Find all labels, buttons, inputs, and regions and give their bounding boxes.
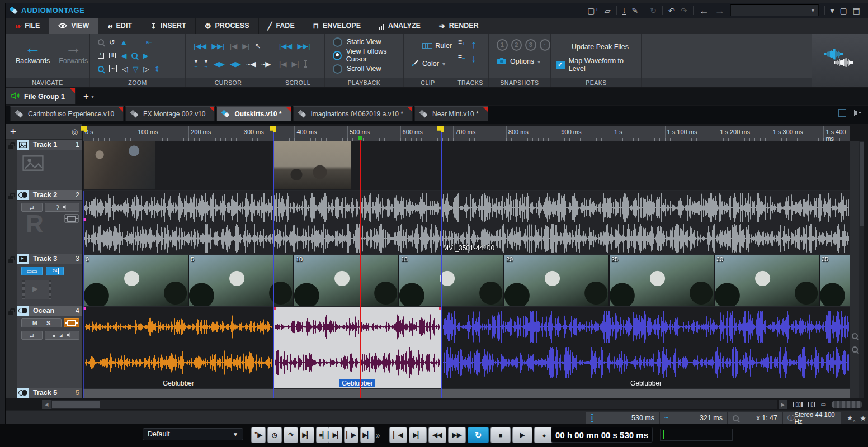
monitor-button[interactable]: ʔ [45, 203, 79, 212]
static-view-radio[interactable]: Static View [325, 35, 403, 49]
tab-fade[interactable]: ╱FADE [259, 18, 304, 34]
audio-track-icon[interactable] [17, 306, 29, 316]
zoom-fit-icon[interactable] [98, 53, 104, 59]
stop-button[interactable]: ■ [490, 427, 511, 443]
audio-clip[interactable]: Geblubber [84, 307, 273, 388]
backwards-button[interactable]: ←Backwards [12, 38, 53, 83]
loop-jump-button[interactable]: ↷ [284, 427, 298, 443]
picture-track-icon[interactable] [17, 140, 29, 150]
save-icon[interactable]: ↓ [622, 6, 626, 15]
undo-icon[interactable]: ↶ [668, 7, 675, 15]
nudge-cursor-left-icon[interactable]: ◀▶ [214, 60, 225, 68]
video-frame-thumb[interactable]: 20 [504, 255, 608, 306]
audio-clip-selected[interactable]: Geblubber [274, 307, 441, 388]
tab-render[interactable]: ➔RENDER [430, 18, 488, 34]
skip-forward-button[interactable]: ▶▏ [360, 427, 375, 443]
waveform-canvas[interactable] [84, 193, 849, 222]
tab-analyze[interactable]: ANALYZE [370, 18, 430, 34]
unlock-icon[interactable] [8, 259, 13, 263]
zoom-out-small-icon[interactable]: ◁ [122, 65, 128, 73]
audio-track-lane[interactable]: MVI_3501-44100 [83, 191, 850, 254]
unlock-icon[interactable] [8, 145, 13, 149]
doc-tab-carimbofuso[interactable]: Carimbofuso Experience.v10 [10, 106, 124, 121]
file-group-tab[interactable]: File Group 1 [6, 88, 76, 104]
cursor-time-field[interactable]: I530 ms [586, 412, 659, 424]
frames-view-button[interactable]: ▭▭ [21, 267, 43, 275]
scroll-view-radio[interactable]: Scroll View [325, 62, 403, 75]
track-title-row[interactable]: Track 2 2 [17, 190, 82, 201]
doc-tab-fx-montage[interactable]: FX Montage 002.v10 [125, 106, 215, 121]
add-track-button[interactable]: + [10, 126, 16, 138]
star-icon[interactable]: ★ [860, 414, 866, 422]
go-to-end-button[interactable]: ▶▏ [409, 427, 427, 443]
cursor-to-end-icon[interactable]: ▶▶| [211, 42, 224, 50]
scroll-to-end-icon[interactable]: ▶▶| [297, 42, 310, 50]
track-header-ocean[interactable]: Ocean 4 MS ⇄ ●◢ [6, 306, 82, 388]
routing-button[interactable]: ⇄ [21, 331, 43, 340]
zoom-in-vertical-icon[interactable]: ▲ [120, 38, 128, 46]
track-header-1[interactable]: Track 1 1 [6, 140, 82, 190]
view-mode-a-icon[interactable]: ▯▯ [793, 402, 803, 407]
zoom-audio-range-icon[interactable]: ~ [109, 65, 117, 72]
more-chevrons-icon[interactable]: » [376, 431, 380, 440]
move-track-up-icon[interactable]: ↑ [471, 38, 477, 51]
video-track-lane[interactable]: 05101520253035 [83, 255, 850, 306]
tab-file[interactable]: wFILE [6, 18, 49, 34]
mute-solo-buttons[interactable]: MS [21, 318, 62, 327]
zoom-to-start-icon[interactable]: ⇤ [146, 38, 152, 46]
horizontal-scrollbar[interactable]: ◀ [42, 400, 777, 409]
track-title-row[interactable]: Ocean 4 [17, 306, 82, 316]
scroll-to-start-icon[interactable]: |◀◀ [279, 42, 292, 50]
unlock-icon[interactable] [8, 196, 13, 199]
tab-edit[interactable]: eEDIT [98, 18, 141, 34]
video-track-icon[interactable] [17, 254, 29, 264]
clip-ruler-checkbox[interactable]: Ruler [404, 39, 452, 53]
plug-button[interactable] [64, 214, 79, 223]
video-frame-thumb[interactable]: 15 [399, 255, 503, 306]
empty-track-lane[interactable] [83, 389, 850, 398]
time-display[interactable]: 00 h 00 mn 00 s 530 ms [551, 427, 653, 443]
loop-button[interactable]: ↻ [468, 427, 489, 443]
view-follows-cursor-radio[interactable]: View Follows Cursor [325, 49, 403, 62]
track-header-5[interactable]: Track 5 5 [6, 388, 82, 398]
video-frame-thumb[interactable]: 30 [715, 255, 819, 306]
scroll-right-button[interactable]: ▶ [779, 400, 787, 409]
playhead-cursor[interactable] [360, 140, 361, 398]
zoom-vertical-auto-icon[interactable]: ⇕ [154, 65, 160, 73]
waveform-canvas[interactable] [275, 311, 440, 343]
view-mode-b-icon[interactable]: ▯ [808, 402, 815, 407]
waveform-canvas[interactable] [85, 311, 272, 343]
panel-layout-icon[interactable] [854, 110, 862, 116]
save-as-icon[interactable]: ✎ [632, 7, 639, 15]
tab-process[interactable]: ⚙PROCESS [196, 18, 259, 34]
tab-insert[interactable]: ↧INSERT [141, 18, 196, 34]
video-frame-thumb[interactable]: 10 [294, 255, 398, 306]
skip-back-button[interactable]: ▏▶ [344, 427, 358, 443]
unlock-icon[interactable] [8, 311, 13, 315]
waveform-canvas[interactable] [275, 347, 440, 378]
snap-wave-left-icon[interactable]: ~◀ [246, 60, 256, 68]
zoom-play-icon[interactable] [98, 66, 104, 72]
track-header-2[interactable]: Track 2 2 ⇄ ʔ R [6, 190, 82, 254]
play-from-anchor-button[interactable]: ”▶ [251, 427, 266, 443]
picture-clip[interactable] [273, 141, 351, 189]
zoom-out-horizontal-icon[interactable]: ◀ [121, 51, 126, 60]
audio-track-icon[interactable] [17, 190, 29, 200]
framerate-button[interactable]: 24 [46, 267, 64, 275]
zoom-wheel[interactable] [831, 401, 862, 408]
reset-zoom-icon[interactable]: ↺ [109, 38, 115, 46]
skip-range-button[interactable]: ▏▶▏ [328, 427, 342, 443]
audio-clip[interactable]: Geblubber [442, 307, 850, 388]
zoom-in-small-icon[interactable]: ▷ [143, 65, 149, 73]
waveform-canvas[interactable] [443, 347, 849, 378]
doc-tab-outskirts[interactable]: Outskirts.v10 * [216, 106, 291, 121]
zoom-selection-icon[interactable]: ‖ [109, 53, 116, 58]
scroll-left-button[interactable]: ◀ [42, 400, 51, 409]
video-frame-thumb[interactable]: 0 [84, 255, 188, 306]
maximize-icon[interactable]: ▢ [840, 7, 847, 15]
open-folder-icon[interactable]: ▱ [605, 7, 611, 15]
scrollbar-thumb[interactable] [52, 401, 100, 408]
tab-envelope[interactable]: ⊓ENVELOPE [304, 18, 370, 34]
nudge-cursor-right-icon[interactable]: ◀▶ [230, 60, 241, 68]
waveform-canvas[interactable] [85, 347, 272, 378]
